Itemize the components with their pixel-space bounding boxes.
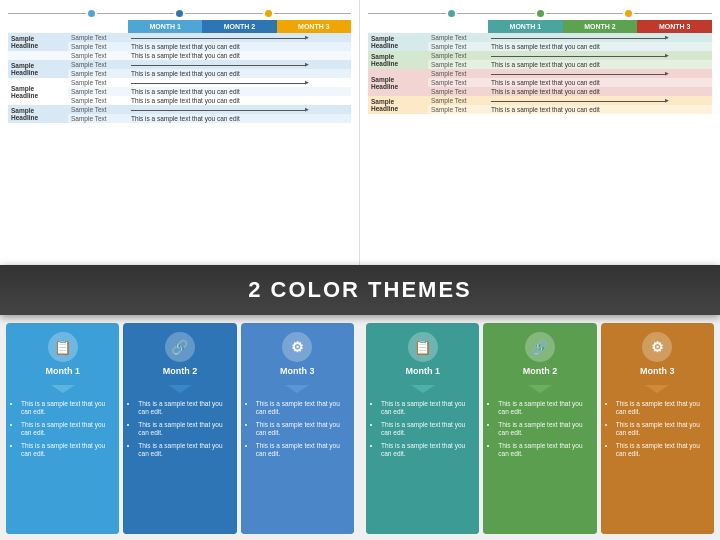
row-sub: Sample Text: [428, 51, 488, 60]
line-mid2: [185, 13, 263, 15]
blue-table: MONTH 1 MONTH 2 MONTH 3 SampleHeadline S…: [8, 20, 351, 123]
row-label: SampleHeadline: [368, 96, 428, 114]
bottom-half: 📋 Month 1 This is a sample text that you…: [0, 315, 720, 540]
month2-list: This is a sample text that you can edit.…: [488, 400, 591, 459]
month1-icon: 📋: [48, 332, 78, 362]
dot-3: [625, 10, 632, 17]
col-empty2: [428, 20, 488, 33]
list-item: This is a sample text that you can edit.: [21, 442, 114, 459]
col-empty: [368, 20, 428, 33]
center-banner: 2 COLOR THEMES: [0, 265, 720, 315]
row-sub: Sample Text: [428, 105, 488, 114]
blue-month1-header: MONTH 1: [128, 20, 202, 33]
month1-list: This is a sample text that you can edit.…: [371, 400, 474, 459]
top-half: MONTH 1 MONTH 2 MONTH 3 SampleHeadline S…: [0, 0, 720, 265]
month1-label: Month 1: [405, 366, 440, 376]
row-sub: Sample Text: [428, 60, 488, 69]
list-item: This is a sample text that you can edit.: [256, 421, 349, 438]
colorful-month3-header: MONTH 3: [637, 20, 712, 33]
list-item: This is a sample text that you can edit.: [498, 442, 591, 459]
list-item: This is a sample text that you can edit.: [498, 421, 591, 438]
line-right: [634, 13, 712, 15]
month1-icon: 📋: [408, 332, 438, 362]
tri-separator: [51, 385, 75, 393]
blue-month2-header: MONTH 2: [202, 20, 276, 33]
month2-list: This is a sample text that you can edit.…: [128, 400, 231, 459]
blue-month2-body: This is a sample text that you can edit.…: [123, 395, 236, 534]
month1-label: Month 1: [45, 366, 80, 376]
row-label: SampleHeadline: [368, 69, 428, 96]
list-item: This is a sample text that you can edit.: [381, 421, 474, 438]
row-content: This is a sample text that you can edit: [128, 69, 351, 78]
row-sub: Sample Text: [428, 42, 488, 51]
row-label: [8, 51, 68, 60]
blue-bottom-panel: 📋 Month 1 This is a sample text that you…: [0, 315, 360, 540]
blue-month2-header: 🔗 Month 2: [123, 323, 236, 383]
blue-month3-body: This is a sample text that you can edit.…: [241, 395, 354, 534]
blue-month2-card: 🔗 Month 2 This is a sample text that you…: [123, 323, 236, 534]
row-sub: Sample Text: [68, 105, 128, 114]
dot-3: [265, 10, 272, 17]
month2-label: Month 2: [523, 366, 558, 376]
colorful-dots: [368, 10, 712, 17]
line-mid: [457, 13, 535, 15]
teal-month1-header: 📋 Month 1: [366, 323, 479, 383]
month1-list: This is a sample text that you can edit.…: [11, 400, 114, 459]
colorful-theme-panel: MONTH 1 MONTH 2 MONTH 3 SampleHeadline S…: [360, 0, 720, 265]
row-label: SampleHeadline: [368, 51, 428, 69]
blue-month1-card: 📋 Month 1 This is a sample text that you…: [6, 323, 119, 534]
blue-dots: [8, 10, 351, 17]
row-content: This is a sample text that you can edit: [128, 87, 351, 96]
list-item: This is a sample text that you can edit.: [616, 400, 709, 417]
line-mid2: [546, 13, 624, 15]
line-mid: [97, 13, 175, 15]
list-item: This is a sample text that you can edit.: [256, 400, 349, 417]
row-sub: Sample Text: [68, 78, 128, 87]
row-sub: Sample Text: [68, 51, 128, 60]
row-content: This is a sample text that you can edit: [488, 42, 712, 51]
blue-theme-panel: MONTH 1 MONTH 2 MONTH 3 SampleHeadline S…: [0, 0, 360, 265]
tri-separator: [168, 385, 192, 393]
green-month2-body: This is a sample text that you can edit.…: [483, 395, 596, 534]
row-sub: Sample Text: [68, 87, 128, 96]
list-item: This is a sample text that you can edit.: [381, 400, 474, 417]
row-content: This is a sample text that you can edit: [128, 51, 351, 60]
colorful-bottom-panel: 📋 Month 1 This is a sample text that you…: [360, 315, 720, 540]
row-label: SampleHeadline: [368, 33, 428, 51]
dot-1: [88, 10, 95, 17]
month3-label: Month 3: [280, 366, 315, 376]
row-label: SampleHeadline: [8, 78, 68, 105]
list-item: This is a sample text that you can edit.: [138, 400, 231, 417]
list-item: This is a sample text that you can edit.: [381, 442, 474, 459]
green-month2-header: 🔗 Month 2: [483, 323, 596, 383]
row-sub: Sample Text: [68, 69, 128, 78]
row-content: This is a sample text that you can edit: [488, 60, 712, 69]
row-sub: Sample Text: [428, 87, 488, 96]
tri-separator: [411, 385, 435, 393]
dot-1: [448, 10, 455, 17]
banner-title: 2 COLOR THEMES: [248, 277, 472, 303]
list-item: This is a sample text that you can edit.: [256, 442, 349, 459]
line-right: [274, 13, 352, 15]
list-item: This is a sample text that you can edit.: [616, 421, 709, 438]
blue-month3-card: ⚙ Month 3 This is a sample text that you…: [241, 323, 354, 534]
row-sub: Sample Text: [428, 69, 488, 78]
tri-separator: [285, 385, 309, 393]
dot-2: [176, 10, 183, 17]
colorful-table: MONTH 1 MONTH 2 MONTH 3 SampleHeadline S…: [368, 20, 712, 114]
list-item: This is a sample text that you can edit.: [138, 442, 231, 459]
teal-month1-card: 📋 Month 1 This is a sample text that you…: [366, 323, 479, 534]
teal-month1-body: This is a sample text that you can edit.…: [366, 395, 479, 534]
tri-separator: [645, 385, 669, 393]
row-label: SampleHeadline: [8, 105, 68, 123]
month2-icon: 🔗: [165, 332, 195, 362]
blue-month3-header: MONTH 3: [277, 20, 351, 33]
colorful-month2-header: MONTH 2: [563, 20, 638, 33]
row-content: This is a sample text that you can edit: [128, 114, 351, 123]
month3-icon: ⚙: [282, 332, 312, 362]
colorful-month1-header: MONTH 1: [488, 20, 563, 33]
row-content: This is a sample text that you can edit: [488, 105, 712, 114]
row-sub: Sample Text: [68, 42, 128, 51]
month2-icon: 🔗: [525, 332, 555, 362]
list-item: This is a sample text that you can edit.: [498, 400, 591, 417]
